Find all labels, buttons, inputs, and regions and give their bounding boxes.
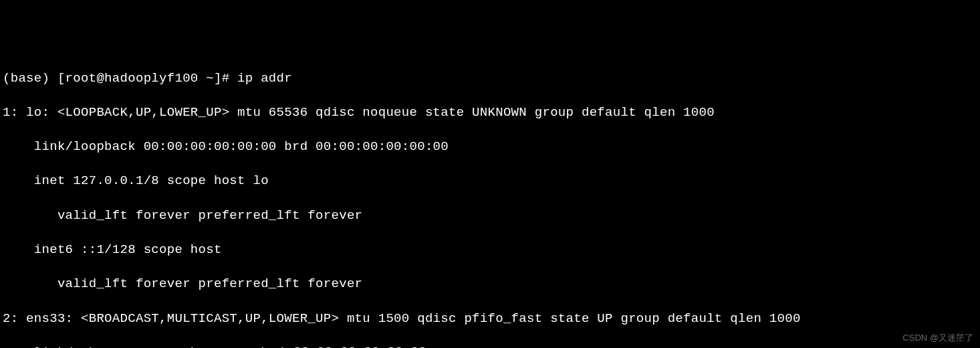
watermark-text: CSDN @又迷茫了 (902, 332, 973, 344)
output-line: 2: ens33: <BROADCAST,MULTICAST,UP,LOWER_… (3, 311, 977, 328)
output-line: inet 127.0.0.1/8 scope host lo (3, 173, 977, 190)
output-line: valid_lft forever preferred_lft forever (3, 276, 977, 293)
output-line: link/ether 00:0c:29:b7:11:73 brd ff:ff:f… (3, 345, 977, 348)
prompt-line-1[interactable]: (base) [root@hadooplyf100 ~]# ip addr (3, 70, 977, 88)
output-line: 1: lo: <LOOPBACK,UP,LOWER_UP> mtu 65536 … (3, 104, 977, 122)
command-text: ip addr (237, 71, 292, 86)
prompt-text: (base) [root@hadooplyf100 ~]# (3, 71, 237, 86)
output-line: valid_lft forever preferred_lft forever (3, 207, 977, 225)
output-line: link/loopback 00:00:00:00:00:00 brd 00:0… (3, 139, 977, 156)
output-line: inet6 ::1/128 scope host (3, 242, 977, 259)
